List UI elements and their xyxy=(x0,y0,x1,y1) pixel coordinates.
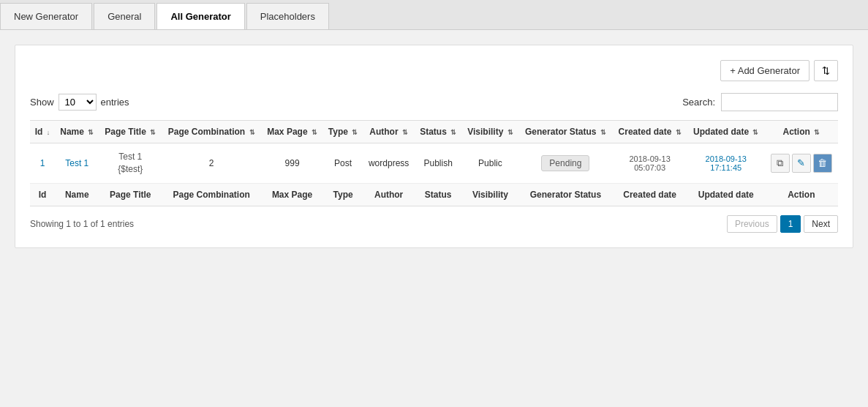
col-action[interactable]: Action ⇅ xyxy=(765,121,838,143)
cell-max-page: 999 xyxy=(261,143,322,184)
updated-time: 17:11:45 xyxy=(692,163,761,172)
entries-select[interactable]: 10 25 50 100 xyxy=(59,94,97,111)
search-box: Search: xyxy=(682,93,838,111)
tab-general[interactable]: General xyxy=(94,3,155,29)
sort-icon-page-combination: ⇅ xyxy=(249,129,255,136)
sort-icon-updated-date: ⇅ xyxy=(752,129,758,136)
show-label: Show xyxy=(30,97,54,108)
cell-action: ⧉ ✎ 🗑 xyxy=(765,143,838,184)
cell-type: Post xyxy=(323,143,363,184)
sort-icon-generator-status: ⇅ xyxy=(600,129,606,136)
page-title-line2: {$test} xyxy=(104,163,157,176)
cell-created-date: 2018-09-13 05:07:03 xyxy=(612,143,687,184)
sort-icon-created-date: ⇅ xyxy=(676,129,682,136)
col-author[interactable]: Author ⇅ xyxy=(363,121,414,143)
bottom-controls: Showing 1 to 1 of 1 entries Previous 1 N… xyxy=(30,215,838,233)
action-icons: ⧉ ✎ 🗑 xyxy=(769,154,834,173)
col-max-page[interactable]: Max Page ⇅ xyxy=(261,121,322,143)
page-title-line1: Test 1 xyxy=(104,151,157,163)
cell-visibility: Public xyxy=(462,143,519,184)
content-area: + Add Generator ⇅ Show 10 25 50 100 entr… xyxy=(0,30,868,263)
id-link[interactable]: 1 xyxy=(40,158,45,168)
cell-generator-status: Pending xyxy=(518,143,612,184)
col-updated-date-bottom[interactable]: Updated date xyxy=(687,183,765,206)
col-status-bottom[interactable]: Status xyxy=(415,183,462,206)
cell-author: wordpress xyxy=(363,143,414,184)
status-badge: Pending xyxy=(541,155,589,171)
sort-icon-status: ⇅ xyxy=(450,129,456,136)
cell-updated-date: 2018-09-13 17:11:45 xyxy=(687,143,765,184)
col-generator-status-bottom[interactable]: Generator Status xyxy=(518,183,612,206)
table-row: 1 Test 1 Test 1 {$test} 2 999 Post wordp… xyxy=(30,143,838,184)
col-page-title-bottom[interactable]: Page Title xyxy=(99,183,162,206)
table-footer-header-row: Id Name Page Title Page Combination Max … xyxy=(30,183,838,206)
prev-button[interactable]: Previous xyxy=(727,215,777,233)
next-button[interactable]: Next xyxy=(804,215,838,233)
created-date: 2018-09-13 xyxy=(616,154,682,163)
sort-icon-name: ⇅ xyxy=(88,129,94,136)
edit-button[interactable]: ✎ xyxy=(792,154,811,173)
cell-id: 1 xyxy=(30,143,55,184)
sort-icon-max-page: ⇅ xyxy=(312,129,317,136)
sort-icon-type: ⇅ xyxy=(352,129,358,136)
showing-text: Showing 1 to 1 of 1 entries xyxy=(30,219,134,229)
add-generator-button[interactable]: + Add Generator xyxy=(720,60,809,81)
cell-status: Publish xyxy=(415,143,462,184)
col-type-bottom[interactable]: Type xyxy=(323,183,363,206)
col-type[interactable]: Type ⇅ xyxy=(323,121,363,143)
col-max-page-bottom[interactable]: Max Page xyxy=(261,183,322,206)
cell-name: Test 1 xyxy=(55,143,99,184)
data-table: Id ↓ Name ⇅ Page Title ⇅ Page Combinatio… xyxy=(30,120,838,206)
col-created-date-bottom[interactable]: Created date xyxy=(612,183,687,206)
sort-icon-page-title: ⇅ xyxy=(150,129,156,136)
cell-page-title: Test 1 {$test} xyxy=(99,143,162,184)
col-name-bottom[interactable]: Name xyxy=(55,183,99,206)
col-id[interactable]: Id ↓ xyxy=(30,121,55,143)
search-label: Search: xyxy=(682,97,715,108)
col-status[interactable]: Status ⇅ xyxy=(415,121,462,143)
search-input[interactable] xyxy=(721,93,838,111)
panel: + Add Generator ⇅ Show 10 25 50 100 entr… xyxy=(15,45,853,248)
copy-button[interactable]: ⧉ xyxy=(771,154,790,173)
show-entries: Show 10 25 50 100 entries xyxy=(30,94,129,111)
sort-icon-id: ↓ xyxy=(47,129,50,136)
updated-date: 2018-09-13 xyxy=(692,154,761,163)
entries-label: entries xyxy=(101,97,129,108)
top-controls: + Add Generator ⇅ xyxy=(30,60,838,81)
col-updated-date[interactable]: Updated date ⇅ xyxy=(687,121,765,143)
refresh-button[interactable]: ⇅ xyxy=(814,60,838,81)
cell-page-combination: 2 xyxy=(162,143,261,184)
tab-all-generator[interactable]: All Generator xyxy=(156,3,244,29)
page-1-button[interactable]: 1 xyxy=(780,215,801,233)
name-link[interactable]: Test 1 xyxy=(65,158,88,168)
created-time: 05:07:03 xyxy=(616,163,682,172)
sort-icon-action: ⇅ xyxy=(814,129,820,136)
sort-icon-visibility: ⇅ xyxy=(507,129,513,136)
col-action-bottom[interactable]: Action xyxy=(765,183,838,206)
sort-icon-author: ⇅ xyxy=(402,129,408,136)
col-created-date[interactable]: Created date ⇅ xyxy=(612,121,687,143)
col-author-bottom[interactable]: Author xyxy=(363,183,414,206)
col-id-bottom[interactable]: Id xyxy=(30,183,55,206)
col-page-title[interactable]: Page Title ⇅ xyxy=(99,121,162,143)
col-visibility-bottom[interactable]: Visibility xyxy=(462,183,519,206)
col-name[interactable]: Name ⇅ xyxy=(55,121,99,143)
tab-new-generator[interactable]: New Generator xyxy=(0,3,92,29)
table-header-row: Id ↓ Name ⇅ Page Title ⇅ Page Combinatio… xyxy=(30,121,838,143)
delete-button[interactable]: 🗑 xyxy=(813,154,832,173)
col-page-combination[interactable]: Page Combination ⇅ xyxy=(162,121,261,143)
col-generator-status[interactable]: Generator Status ⇅ xyxy=(518,121,612,143)
table-controls: Show 10 25 50 100 entries Search: xyxy=(30,93,838,111)
col-visibility[interactable]: Visibility ⇅ xyxy=(462,121,519,143)
pagination: Previous 1 Next xyxy=(727,215,838,233)
col-page-combination-bottom[interactable]: Page Combination xyxy=(162,183,261,206)
tab-placeholders[interactable]: Placeholders xyxy=(246,3,329,29)
tab-bar: New Generator General All Generator Plac… xyxy=(0,0,868,30)
